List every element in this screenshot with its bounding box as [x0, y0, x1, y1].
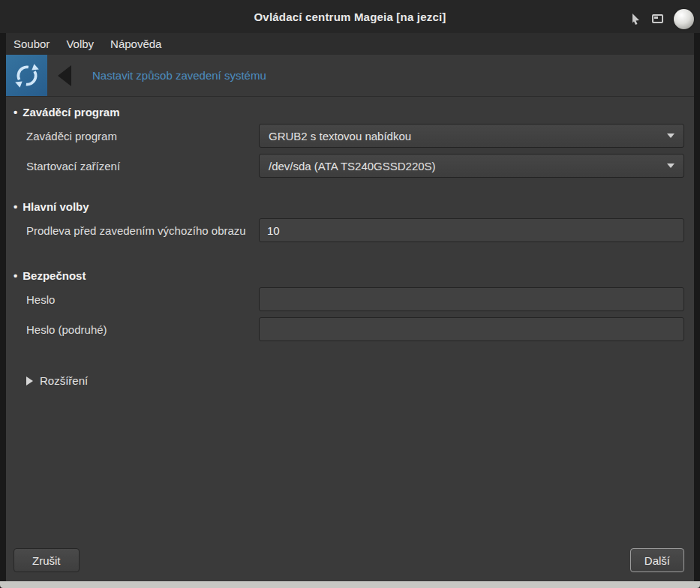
pointer-icon[interactable]: [630, 13, 641, 26]
section-bootloader-title: • Zaváděcí program: [14, 106, 684, 118]
row-boot-device: Startovací zařízení /dev/sda (ATA TS240G…: [14, 154, 684, 178]
titlebar-icons: [630, 0, 694, 33]
combo-boot-device[interactable]: /dev/sda (ATA TS240GSSD220S): [259, 154, 684, 178]
section-main-options-title: • Hlavní volby: [14, 200, 684, 213]
expander-arrow-icon: [26, 376, 33, 386]
row-boot-delay: Prodleva před zavedením výchozího obrazu: [14, 218, 684, 242]
menu-options[interactable]: Volby: [58, 33, 102, 55]
boot-delay-input[interactable]: [259, 218, 684, 242]
bootloader-type-label: Zaváděci program: [14, 130, 259, 142]
combo-bootloader-type-value: GRUB2 s textovou nabídkou: [269, 130, 411, 142]
header-banner: Nastavit způsob zavedení systému: [6, 55, 694, 97]
chevron-down-icon: [667, 134, 674, 138]
row-bootloader-type: Zaváděci program GRUB2 s textovou nabídk…: [14, 124, 684, 148]
bullet-icon: •: [14, 269, 17, 282]
row-password-confirm: Heslo (podruhé): [14, 317, 684, 341]
next-button[interactable]: Další: [630, 548, 684, 572]
combo-bootloader-type[interactable]: GRUB2 s textovou nabídkou: [259, 124, 684, 148]
row-password: Heslo: [14, 287, 684, 311]
advanced-expander-label: Rozšíření: [40, 374, 88, 387]
bullet-icon: •: [14, 106, 17, 118]
bootloader-app-icon: [6, 55, 47, 96]
menu-file[interactable]: Soubor: [6, 33, 58, 55]
menubar: Soubor Volby Nápověda: [6, 33, 694, 55]
password-input[interactable]: [259, 287, 684, 311]
combo-boot-device-value: /dev/sda (ATA TS240GSSD220S): [269, 160, 436, 172]
menu-help[interactable]: Nápověda: [102, 33, 170, 55]
window-title: Ovládací centrum Mageia [na jezci]: [254, 10, 446, 23]
main-window: Soubor Volby Nápověda Nastavit způsob za…: [6, 33, 694, 581]
password-label: Heslo: [14, 293, 259, 306]
page-title: Nastavit způsob zavedení systému: [92, 69, 266, 82]
bottom-edge: [0, 581, 700, 588]
chevron-down-icon: [667, 164, 674, 168]
content-area: • Zaváděcí program Zaváděci program GRUB…: [6, 97, 694, 581]
window-icon[interactable]: [652, 14, 663, 23]
cancel-button[interactable]: Zrušit: [14, 548, 80, 572]
bullet-icon: •: [14, 200, 17, 213]
screen: Ovládací centrum Mageia [na jezci] Soubo…: [0, 0, 700, 588]
advanced-expander[interactable]: Rozšíření: [26, 374, 684, 387]
boot-delay-label: Prodleva před zavedením výchozího obrazu: [14, 224, 259, 237]
sphere-icon[interactable]: [674, 9, 694, 29]
boot-device-label: Startovací zařízení: [14, 160, 259, 172]
password-confirm-input[interactable]: [259, 317, 684, 341]
footer: Zrušit Další: [14, 548, 684, 572]
section-security-title: • Bezpečnost: [14, 269, 684, 282]
back-arrow-icon: [58, 65, 71, 86]
password-confirm-label: Heslo (podruhé): [14, 323, 259, 336]
titlebar: Ovládací centrum Mageia [na jezci]: [0, 0, 700, 33]
